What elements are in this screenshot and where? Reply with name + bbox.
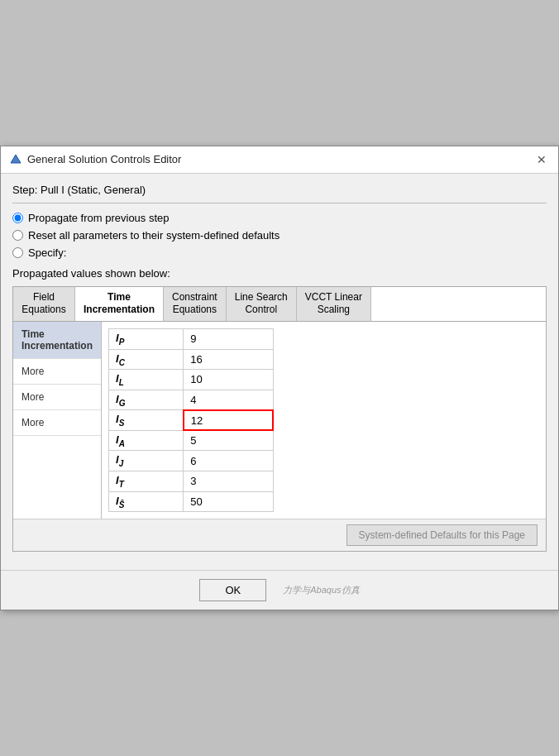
watermark: 力学与Abaqus仿真 (283, 584, 359, 596)
title-bar-left: General Solution Controls Editor (9, 153, 181, 166)
tab-sidebar: Time Incrementation More More More (13, 322, 102, 519)
symbol-it: IT (109, 471, 184, 492)
sidebar-item-more-3[interactable]: More (13, 410, 101, 436)
radio-group: Propagate from previous step Reset all p… (12, 212, 547, 259)
data-table: IP 9 IC 16 IL 10 (108, 328, 274, 512)
value-it[interactable]: 3 (184, 471, 273, 492)
app-icon (9, 153, 22, 166)
table-area: IP 9 IC 16 IL 10 (102, 322, 546, 519)
value-ia[interactable]: 5 (184, 430, 273, 451)
step-label: Step: Pull I (Static, General) (12, 184, 547, 203)
symbol-ig: IG (109, 390, 184, 410)
table-row: IŜ 50 (109, 491, 274, 512)
table-row-highlighted: IS 12 (109, 410, 274, 431)
radio-reset[interactable]: Reset all parameters to their system-def… (12, 229, 547, 242)
radio-propagate-input[interactable] (12, 213, 23, 223)
table-row: IP 9 (109, 328, 274, 349)
value-ij[interactable]: 6 (184, 451, 273, 471)
radio-specify-label: Specify: (28, 246, 66, 259)
close-button[interactable]: ✕ (533, 151, 550, 168)
tab-line-search-control[interactable]: Line Search Control (227, 287, 297, 321)
radio-specify-input[interactable] (12, 247, 23, 258)
symbol-is-hat: IŜ (109, 491, 184, 512)
sidebar-item-more-1[interactable]: More (13, 359, 101, 385)
symbol-is: IS (109, 410, 184, 431)
symbol-il: IL (109, 370, 184, 390)
value-il[interactable]: 10 (184, 370, 273, 390)
table-row: IC 16 (109, 349, 274, 370)
radio-reset-input[interactable] (12, 230, 23, 241)
table-row: IA 5 (109, 430, 274, 451)
sidebar-item-time-incrementation[interactable]: Time Incrementation (13, 322, 101, 359)
tab-content: Time Incrementation More More More IP 9 (13, 322, 546, 519)
radio-propagate-label: Propagate from previous step (28, 212, 170, 224)
title-bar: General Solution Controls Editor ✕ (1, 146, 558, 174)
tabs-row: Field Equations Time Incrementation Cons… (13, 287, 546, 322)
main-window: General Solution Controls Editor ✕ Step:… (0, 146, 559, 611)
defaults-bar: System-defined Defaults for this Page (13, 519, 546, 551)
table-row: IG 4 (109, 390, 274, 410)
symbol-ic: IC (109, 349, 184, 370)
tabs-wrapper: Field Equations Time Incrementation Cons… (12, 286, 547, 553)
window-title: General Solution Controls Editor (27, 153, 181, 165)
tab-vcct-linear-scaling[interactable]: VCCT Linear Scaling (297, 287, 371, 321)
table-row: IT 3 (109, 471, 274, 492)
sidebar-item-more-2[interactable]: More (13, 385, 101, 410)
defaults-button[interactable]: System-defined Defaults for this Page (346, 524, 538, 546)
table-row: IL 10 (109, 370, 274, 390)
value-is-hat[interactable]: 50 (184, 491, 273, 512)
radio-specify[interactable]: Specify: (12, 246, 547, 259)
value-ig[interactable]: 4 (184, 390, 273, 410)
footer-bar: OK 力学与Abaqus仿真 (1, 570, 558, 610)
tab-time-incrementation[interactable]: Time Incrementation (75, 287, 164, 321)
tab-constraint-equations[interactable]: Constraint Equations (164, 287, 227, 321)
ok-button[interactable]: OK (199, 579, 266, 601)
svg-marker-0 (11, 155, 21, 163)
value-ic[interactable]: 16 (184, 349, 273, 370)
symbol-ij: IJ (109, 451, 184, 471)
radio-reset-label: Reset all parameters to their system-def… (28, 229, 280, 242)
tab-field-equations[interactable]: Field Equations (13, 287, 75, 321)
symbol-ia: IA (109, 430, 184, 451)
radio-propagate[interactable]: Propagate from previous step (12, 212, 547, 224)
propagated-label: Propagated values shown below: (12, 267, 547, 280)
table-row: IJ 6 (109, 451, 274, 471)
value-ip[interactable]: 9 (184, 328, 273, 349)
content-area: Step: Pull I (Static, General) Propagate… (1, 174, 558, 571)
value-is[interactable]: 12 (184, 410, 273, 431)
symbol-ip: IP (109, 328, 184, 349)
